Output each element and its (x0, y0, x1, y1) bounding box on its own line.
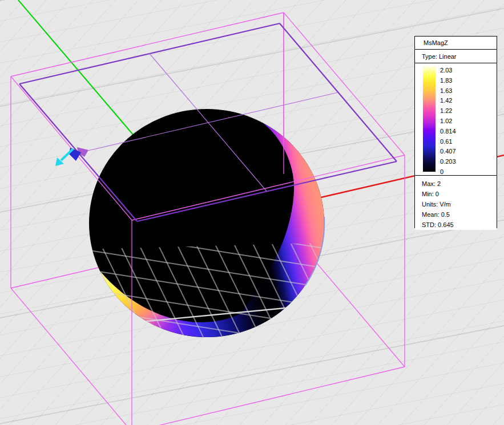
legend-scale-type: Type: Linear (415, 50, 497, 63)
colorbar-tick: 1.83 (440, 76, 480, 84)
colorbar-tick: 2.03 (440, 66, 480, 74)
colorbar-tick: 1.02 (440, 117, 480, 125)
stat-mean: Mean: 0.5 (422, 209, 497, 220)
legend-title: MsMagZ (415, 37, 497, 50)
colorbar-tick: 1.22 (440, 107, 480, 115)
colorbar-tick: 0.61 (440, 137, 480, 145)
legend-stats: Max: 2 Min: 0 Units: V/m Mean: 0.5 STD: … (415, 176, 497, 230)
viewport-3d[interactable]: MsMagZ Type: Linear 2.03 1.83 1.63 1.42 … (0, 0, 504, 425)
plane-edge-back-right (280, 23, 397, 161)
stat-std: STD: 0.645 (422, 220, 497, 230)
stat-min: Min: 0 (422, 189, 497, 199)
colorbar-tick: 0.407 (440, 147, 480, 155)
box-edge-bottom-front-left (11, 288, 132, 425)
colorbar-tick: 1.42 (440, 96, 480, 104)
stat-max: Max: 2 (422, 179, 497, 189)
colorbar-tick: 0 (440, 168, 480, 176)
axis-y-line (18, 0, 140, 143)
colorbar-gradient (423, 66, 436, 172)
legend-colorbar-section: 2.03 1.83 1.63 1.42 1.22 1.02 0.814 0.61… (415, 63, 497, 176)
box-edge-bottom-front-right (132, 367, 405, 425)
box-edge-top-back-left (11, 13, 284, 76)
colorbar-tick: 1.63 (440, 87, 480, 95)
box-edge-top-back-right (284, 13, 405, 155)
colorbar-tick: 0.203 (440, 157, 480, 165)
colorbar-tick: 0.814 (440, 127, 480, 135)
stat-units: Units: V/m (422, 199, 497, 209)
field-sphere (74, 109, 342, 362)
result-legend-panel: MsMagZ Type: Linear 2.03 1.83 1.63 1.42 … (414, 36, 497, 228)
